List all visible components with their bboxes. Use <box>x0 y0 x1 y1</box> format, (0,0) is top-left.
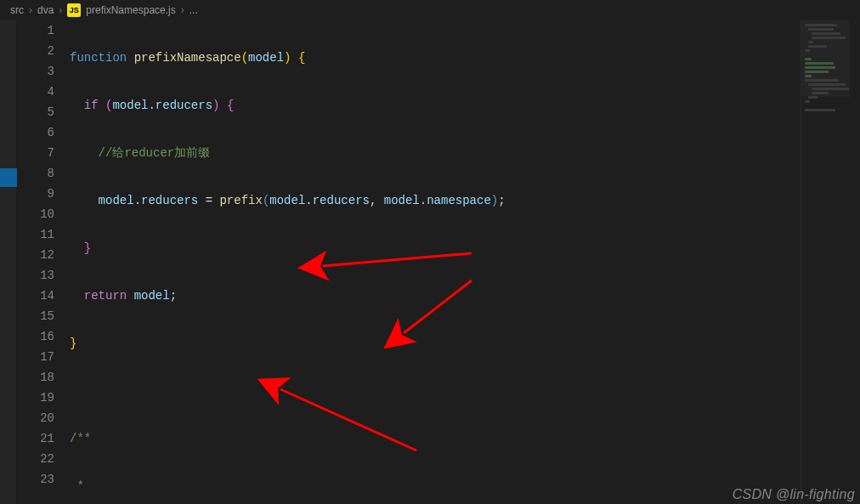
function-name: prefixNamesapce <box>134 51 241 65</box>
property: reducers <box>141 194 198 207</box>
keyword: if <box>84 99 99 112</box>
chevron-right-icon: › <box>29 4 32 16</box>
line-number: 3 <box>17 61 54 82</box>
line-number: 20 <box>17 408 54 428</box>
keyword: return <box>84 289 127 303</box>
identifier: model <box>269 194 305 207</box>
activity-bar <box>0 20 17 504</box>
chevron-right-icon: › <box>59 4 62 16</box>
property: namespace <box>427 194 491 207</box>
property: reducers <box>313 194 370 207</box>
comment: //给reducer加前缀 <box>99 146 211 160</box>
param: model <box>248 51 284 65</box>
line-number: 12 <box>17 245 54 265</box>
line-number: 2 <box>17 41 54 61</box>
line-number: 16 <box>17 326 54 347</box>
line-number: 15 <box>17 306 54 326</box>
line-number: 17 <box>17 347 54 367</box>
line-number: 10 <box>17 204 54 224</box>
code-content[interactable]: function prefixNamesapce(model) { if (mo… <box>70 20 801 504</box>
line-number: 14 <box>17 286 54 306</box>
breadcrumb-item[interactable]: src <box>10 4 24 16</box>
identifier: model <box>134 289 170 303</box>
line-number: 5 <box>17 102 54 122</box>
line-number: 19 <box>17 388 54 408</box>
line-number: 7 <box>17 143 54 163</box>
line-number: 21 <box>17 428 54 449</box>
function-call: prefix <box>219 194 262 207</box>
jsdoc: * <box>70 479 84 493</box>
activity-marker <box>0 168 17 187</box>
editor: 1234567891011121314151617181920212223 fu… <box>0 20 860 504</box>
line-number: 11 <box>17 224 54 245</box>
code-area[interactable]: 1234567891011121314151617181920212223 fu… <box>17 20 801 504</box>
minimap[interactable] <box>801 20 850 504</box>
line-number: 4 <box>17 82 54 102</box>
keyword: function <box>70 51 127 65</box>
js-file-icon: JS <box>67 3 81 17</box>
identifier: model <box>384 194 420 207</box>
breadcrumb-item[interactable]: ... <box>190 4 198 16</box>
breadcrumb[interactable]: src › dva › JS prefixNamespace.js › ... <box>0 0 860 20</box>
line-number: 1 <box>17 20 54 41</box>
line-number: 13 <box>17 265 54 286</box>
line-number: 8 <box>17 163 54 184</box>
line-number: 22 <box>17 449 54 469</box>
breadcrumb-item[interactable]: dva <box>37 4 54 16</box>
line-number: 23 <box>17 469 54 490</box>
line-number-gutter: 1234567891011121314151617181920212223 <box>17 20 70 504</box>
line-number: 6 <box>17 122 54 143</box>
line-number: 9 <box>17 184 54 204</box>
chevron-right-icon: › <box>181 4 184 16</box>
jsdoc: /** <box>70 432 91 445</box>
line-number: 18 <box>17 367 54 388</box>
identifier: model <box>99 194 134 207</box>
identifier: model <box>112 99 148 112</box>
breadcrumb-item[interactable]: prefixNamespace.js <box>86 4 175 16</box>
property: reducers <box>156 99 212 112</box>
vertical-scrollbar[interactable] <box>850 20 860 504</box>
